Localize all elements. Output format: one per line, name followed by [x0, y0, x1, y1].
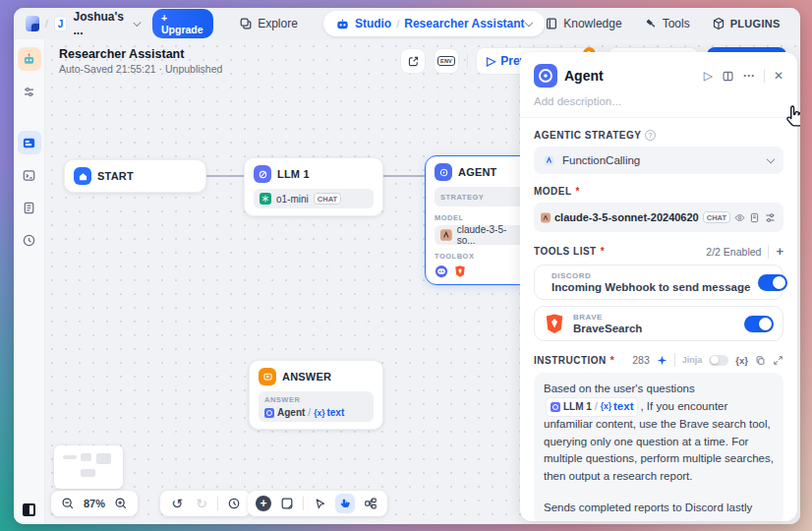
- agent-icon: [534, 64, 557, 88]
- node-start[interactable]: START: [64, 159, 206, 193]
- chat-badge: CHAT: [703, 211, 730, 223]
- generate-sparkle-icon[interactable]: [657, 355, 667, 366]
- strategy-select[interactable]: FunctionCalling: [534, 147, 783, 174]
- split-view-icon[interactable]: [722, 70, 734, 83]
- mouse-cursor-hand: [782, 103, 800, 129]
- nav-tools[interactable]: Tools: [644, 17, 690, 30]
- zoom-level[interactable]: 87%: [84, 498, 105, 509]
- instruction-label: INSTRUCTION: [534, 355, 607, 366]
- instruction-char-count: 283: [632, 354, 650, 366]
- nav-studio-pill[interactable]: Studio / Researcher Assistant: [323, 11, 545, 36]
- variable-icon[interactable]: {x}: [735, 355, 748, 366]
- pointer-tool-icon[interactable]: [311, 495, 328, 512]
- anthropic-model-icon: [440, 229, 452, 241]
- tool-toggle[interactable]: [744, 316, 774, 332]
- zoom-out-icon[interactable]: [59, 495, 77, 512]
- sidebar-item-logs[interactable]: [18, 196, 41, 219]
- organize-nodes-icon[interactable]: [362, 495, 379, 512]
- app-avatar-robot[interactable]: [18, 47, 41, 71]
- node-title: START: [97, 170, 134, 182]
- node-config-panel: Agent ▷ ··· ✕ Add description... AGENTIC…: [520, 52, 797, 521]
- top-navbar: / J Joshua's ... + Upgrade Explore Studi…: [14, 8, 800, 39]
- llm-mini-icon: [551, 402, 560, 412]
- dify-logo[interactable]: [26, 16, 39, 31]
- export-button[interactable]: [400, 48, 426, 74]
- add-note-icon[interactable]: [278, 495, 296, 512]
- app-window: / J Joshua's ... + Upgrade Explore Studi…: [14, 8, 800, 524]
- zoom-in-icon[interactable]: [112, 495, 130, 512]
- node-llm[interactable]: LLM 1 o1-mini CHAT: [244, 157, 383, 216]
- description-placeholder[interactable]: Add description...: [534, 95, 783, 107]
- workspace-name[interactable]: Joshua's ...: [73, 10, 128, 37]
- jinja-toggle[interactable]: [709, 355, 728, 366]
- model-params-icon[interactable]: [764, 211, 777, 224]
- play-icon: ▷: [487, 54, 495, 68]
- tools-label: Tools: [663, 17, 690, 30]
- hammer-icon: [644, 17, 658, 30]
- package-icon: [712, 17, 725, 30]
- node-answer[interactable]: ANSWER ANSWER Agent / {x}text: [249, 360, 383, 430]
- instruction-text-para2: Sends completed reports to Discord lastl…: [544, 500, 774, 517]
- panel-toggle-icon[interactable]: [23, 503, 35, 516]
- instruction-text-before: Based on the user's questions: [544, 383, 695, 394]
- node-title: ANSWER: [282, 371, 331, 383]
- instruction-text[interactable]: Based on the user's questionsLLM 1/{x}te…: [534, 373, 783, 521]
- jinja-label: Jinja: [682, 355, 703, 365]
- sidebar-item-preview[interactable]: [18, 163, 41, 187]
- canvas-tools: +: [248, 491, 387, 516]
- tool-toggle[interactable]: [758, 274, 787, 291]
- node-title: AGENT: [458, 166, 497, 178]
- model-name: claude-3-5-so...: [457, 224, 524, 246]
- answer-icon: [259, 368, 276, 385]
- redo-icon[interactable]: ↻: [193, 495, 210, 512]
- workflow-status: Auto-Saved 21:55:21 · Unpublished: [59, 63, 222, 75]
- chevron-down-icon[interactable]: [134, 19, 142, 27]
- nav-knowledge[interactable]: Knowledge: [545, 17, 621, 30]
- openai-model-icon: [260, 193, 271, 205]
- node-title: LLM 1: [277, 168, 310, 180]
- strategy-value: FunctionCalling: [562, 154, 640, 166]
- chevron-down-icon[interactable]: [525, 18, 533, 26]
- book-icon: [545, 17, 558, 30]
- env-variables-button[interactable]: ENV: [434, 48, 459, 74]
- llm-icon: [254, 165, 271, 183]
- close-icon[interactable]: ✕: [774, 69, 783, 83]
- workspace-avatar[interactable]: J: [54, 16, 68, 31]
- panel-title: Agent: [564, 68, 697, 84]
- tab-studio[interactable]: Studio: [355, 17, 391, 30]
- undo-icon[interactable]: ↺: [168, 495, 186, 512]
- upgrade-button[interactable]: + Upgrade: [152, 9, 213, 38]
- current-app-name[interactable]: Researcher Assistant: [404, 17, 520, 30]
- sidebar-item-history[interactable]: [18, 228, 41, 252]
- add-node-button[interactable]: +: [256, 496, 271, 511]
- help-icon[interactable]: ?: [645, 130, 656, 141]
- nav-plugins[interactable]: PLUGINS: [712, 17, 781, 30]
- tool-row-discord[interactable]: DISCORD Incoming Webhook to send message: [534, 265, 783, 300]
- explore-label: Explore: [258, 17, 298, 30]
- document-icon: [749, 212, 760, 223]
- vision-icon: [734, 212, 745, 223]
- variable-chip[interactable]: LLM 1/{x}text: [547, 398, 637, 416]
- history-controls: ↺ ↻: [160, 491, 251, 516]
- chevron-down-icon: [767, 154, 775, 162]
- minimap[interactable]: [54, 445, 123, 489]
- edge-start-llm: [206, 175, 244, 177]
- tool-provider: BRAVE: [573, 313, 642, 322]
- edge-llm-agent: [383, 175, 425, 177]
- add-tool-icon[interactable]: +: [776, 244, 783, 259]
- nav-explore[interactable]: Explore: [239, 17, 298, 30]
- sidebar-item-orchestrate[interactable]: [18, 131, 41, 154]
- agentic-strategy-label: AGENTIC STRATEGY: [534, 130, 641, 141]
- more-icon[interactable]: ···: [743, 69, 755, 83]
- expand-icon[interactable]: [773, 355, 783, 366]
- strategy-icon: [543, 154, 555, 167]
- change-history-icon[interactable]: [225, 495, 243, 512]
- copy-icon[interactable]: [755, 355, 766, 366]
- tool-row-brave[interactable]: BRAVE BraveSearch: [534, 306, 783, 341]
- app-settings-icon[interactable]: [18, 80, 41, 103]
- tool-name: Incoming Webhook to send message: [551, 281, 750, 293]
- discord-icon: [435, 265, 448, 278]
- model-select[interactable]: claude-3-5-sonnet-20240620 CHAT: [534, 203, 783, 232]
- run-node-icon[interactable]: ▷: [704, 69, 713, 83]
- hand-tool-icon[interactable]: [335, 494, 355, 513]
